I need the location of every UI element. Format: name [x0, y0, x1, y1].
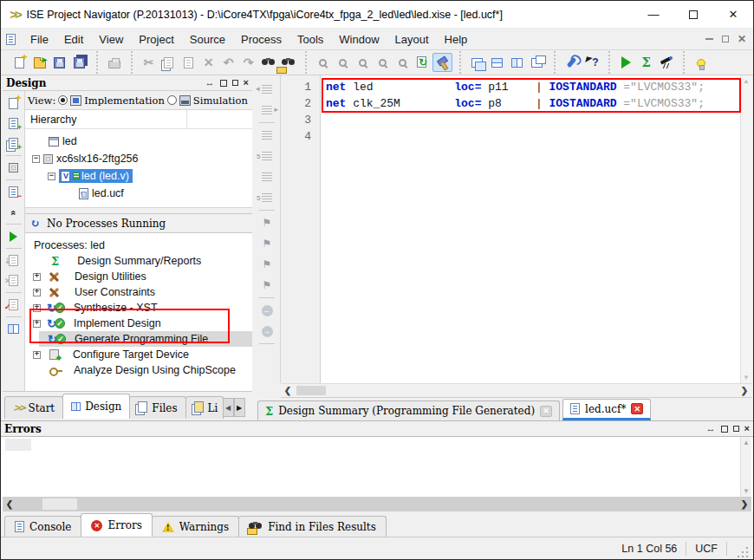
zoom-full-button[interactable]	[353, 53, 373, 72]
panel-splitter[interactable]	[25, 207, 252, 213]
goto-line5-button[interactable]	[257, 187, 277, 208]
expand-icon[interactable]	[33, 320, 41, 328]
save-button[interactable]	[49, 53, 69, 72]
menu-view[interactable]: View	[91, 30, 131, 49]
remove-source-button[interactable]: −	[3, 182, 24, 202]
save-all-button[interactable]	[69, 53, 89, 72]
scrollbar-thumb[interactable]	[42, 498, 77, 510]
errors-panel-body[interactable]: ▲ ▼	[3, 437, 751, 497]
restore-windows-button[interactable]	[527, 53, 547, 72]
nav-forward-button[interactable]	[257, 321, 277, 342]
process-user-constraints[interactable]: User Constraints	[25, 284, 252, 300]
collapse-all-button[interactable]	[3, 202, 24, 222]
context-help-button[interactable]	[582, 53, 601, 72]
mdi-restore-icon[interactable]	[722, 36, 729, 42]
minimize-icon[interactable]: —	[634, 1, 673, 28]
copy-button[interactable]	[159, 53, 179, 72]
code-line-2[interactable]: net clk_25M loc= p8 | IOSTANDARD ="LVCMO…	[326, 95, 740, 112]
check-syntax-button[interactable]	[413, 53, 432, 72]
resize-grip[interactable]	[738, 545, 750, 557]
process-synthesize[interactable]: Synthesize - XST	[25, 300, 252, 316]
tree-item-constraint[interactable]: led.ucf	[25, 185, 252, 202]
tree-item-device[interactable]: xc6slx16-2ftg256	[25, 150, 252, 167]
zoom-in-button[interactable]	[313, 53, 333, 72]
find-button[interactable]	[258, 53, 278, 72]
close-tab-icon[interactable]	[631, 403, 643, 414]
code-text-area[interactable]: net led loc= p11 | IOSTANDARD ="LVCMOS33…	[321, 75, 740, 383]
stop-process-button[interactable]: ✕	[3, 270, 24, 290]
simulation-label[interactable]: Simulation	[193, 94, 248, 107]
cascade-windows-button[interactable]	[467, 53, 487, 72]
collapse-icon[interactable]	[48, 173, 55, 180]
tree-item-module[interactable]: led (led.v)	[25, 167, 252, 185]
menu-edit[interactable]: Edit	[56, 30, 91, 49]
tab-start[interactable]: >> Start	[4, 396, 63, 419]
process-generate-file[interactable]: Generate Programming File	[25, 331, 252, 347]
hierarchy-column-header[interactable]: Hierarchy	[25, 110, 252, 129]
scroll-left-icon[interactable]: ❮	[3, 498, 16, 511]
add-source-button[interactable]: +	[3, 114, 24, 133]
mdi-minimize-icon[interactable]	[705, 38, 713, 40]
tab-led-ucf[interactable]: led.ucf*	[562, 399, 651, 420]
code-line-4[interactable]	[326, 128, 740, 145]
menu-help[interactable]: Help	[437, 30, 476, 49]
menu-project[interactable]: Project	[131, 30, 181, 49]
code-line-1[interactable]: net led loc= p11 | IOSTANDARD ="LVCMOS33…	[326, 79, 740, 95]
menu-process[interactable]: Process	[233, 30, 289, 49]
scroll-down-icon[interactable]: ▼	[743, 374, 750, 381]
scroll-left-icon[interactable]: ❮	[281, 384, 295, 397]
summary-button[interactable]: Σ	[636, 53, 656, 72]
delete-button[interactable]: ✕	[198, 53, 218, 72]
tab-find-in-files[interactable]: Find in Files Results	[238, 516, 387, 537]
toggle-columns-button[interactable]	[3, 319, 24, 339]
tip-button[interactable]	[691, 53, 711, 72]
tile-vertical-button[interactable]	[507, 53, 527, 72]
tab-errors[interactable]: Errors	[81, 513, 152, 537]
menu-layout[interactable]: Layout	[387, 30, 437, 49]
implement-tool-button[interactable]	[432, 53, 452, 72]
selected-tree-item[interactable]: led (led.v)	[59, 169, 133, 183]
cut-button[interactable]: ✂	[139, 53, 159, 72]
scrollbar-thumb[interactable]	[296, 386, 326, 395]
menu-source[interactable]: Source	[182, 30, 233, 49]
process-implement[interactable]: Implement Design	[25, 316, 252, 331]
expand-icon[interactable]	[33, 273, 41, 281]
print-button[interactable]	[104, 53, 124, 72]
errors-horizontal-scrollbar[interactable]: ❮ ❯	[3, 497, 751, 511]
tab-design[interactable]: Design	[62, 394, 130, 419]
process-analyze-chipscope[interactable]: Analyze Design Using ChipScope	[25, 362, 252, 378]
menu-file[interactable]: File	[23, 30, 56, 49]
collapse-icon[interactable]	[32, 155, 40, 163]
clear-bookmarks-button[interactable]	[257, 275, 277, 296]
scroll-right-icon[interactable]: ❯	[738, 498, 751, 511]
unindent-button[interactable]	[257, 79, 277, 100]
new-file-button[interactable]: ✦	[10, 53, 29, 72]
tree-item-project[interactable]: led	[25, 133, 252, 150]
maximize-panel-icon[interactable]	[721, 426, 728, 433]
tab-console[interactable]: Console	[4, 516, 81, 537]
undo-button[interactable]: ↶	[218, 53, 238, 72]
close-tab-icon[interactable]	[540, 406, 552, 417]
zoom-selection-button[interactable]	[393, 53, 413, 72]
close-panel-icon[interactable]	[744, 424, 750, 433]
scroll-right-icon[interactable]: ❯	[738, 384, 751, 397]
rerun-process-button[interactable]: ⇣	[3, 251, 24, 270]
editor-vertical-scrollbar[interactable]: ▲ ▼	[740, 75, 751, 383]
scroll-up-icon[interactable]: ▲	[743, 439, 750, 446]
maximize-panel-icon[interactable]	[220, 80, 227, 87]
open-file-button[interactable]: ➤	[29, 53, 49, 72]
zoom-box-button[interactable]	[373, 53, 393, 72]
process-design-utilities[interactable]: Design Utilities	[25, 269, 252, 284]
toggle-bookmark-button[interactable]	[257, 212, 277, 233]
editor-horizontal-scrollbar[interactable]: ❮ ❯	[281, 383, 751, 398]
paste-button[interactable]	[179, 53, 198, 72]
rerun-all-button[interactable]: ✓	[3, 295, 24, 315]
line-numbers-button[interactable]	[257, 146, 277, 166]
menu-tools[interactable]: Tools	[289, 30, 331, 49]
nav-back-button[interactable]	[257, 300, 277, 321]
tab-scroll-right-icon[interactable]: ▶	[234, 398, 245, 417]
close-icon[interactable]: ✕	[713, 1, 753, 28]
tab-scroll-left-icon[interactable]: ◀	[223, 398, 234, 417]
close-panel-icon[interactable]	[244, 78, 249, 88]
processes-root[interactable]: Processes: led	[25, 238, 252, 253]
